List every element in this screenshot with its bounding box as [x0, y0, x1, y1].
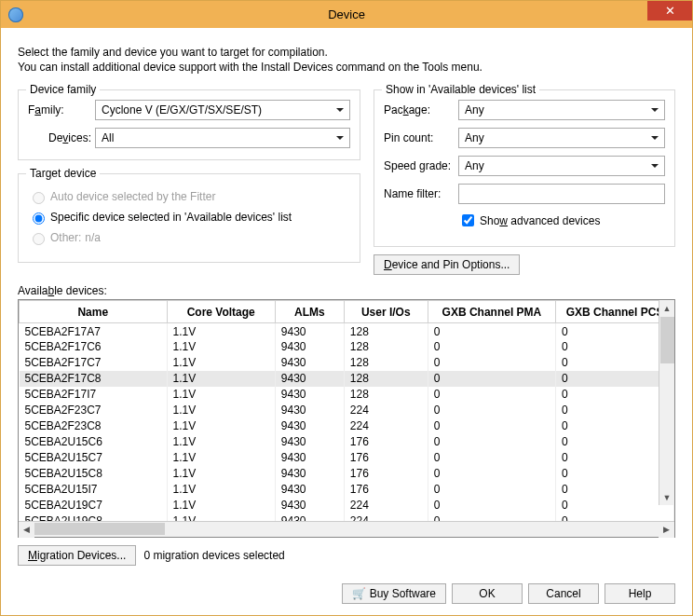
titlebar: Device ✕: [1, 1, 692, 28]
family-select[interactable]: Cyclone V (E/GX/GT/SX/SE/ST): [95, 100, 350, 120]
family-label: Family:: [28, 103, 95, 116]
name-filter-input[interactable]: [458, 184, 665, 204]
intro-line1: Select the family and device you want to…: [18, 45, 675, 60]
device-pin-options-button[interactable]: Device and Pin Options...: [374, 254, 520, 275]
table-row[interactable]: 5CEBA2U15C71.1V943017600: [20, 450, 674, 466]
radio-auto-input: [33, 192, 45, 204]
devices-label: Devices:: [28, 131, 95, 144]
chevron-down-icon: [647, 130, 662, 145]
table-row[interactable]: 5CEBA2U15I71.1V943017600: [20, 482, 674, 498]
scroll-up-icon[interactable]: ▲: [659, 300, 675, 316]
col-name[interactable]: Name: [20, 301, 168, 323]
speed-label: Speed grade:: [384, 159, 458, 172]
chevron-down-icon: [647, 103, 662, 117]
device-dialog: Device ✕ Select the family and device yo…: [0, 0, 693, 616]
show-in-legend: Show in 'Available devices' list: [382, 83, 539, 96]
radio-specific-input[interactable]: [33, 212, 45, 225]
package-label: Package:: [384, 103, 458, 116]
hscroll-thumb[interactable]: [34, 523, 165, 535]
scroll-down-icon[interactable]: ▼: [659, 489, 675, 505]
col-core-voltage[interactable]: Core Voltage: [167, 301, 275, 323]
table-header-row: Name Core Voltage ALMs User I/Os GXB Cha…: [20, 301, 674, 323]
table-row[interactable]: 5CEBA2U15C81.1V943017600: [20, 466, 674, 482]
devices-select[interactable]: All: [95, 128, 350, 148]
col-alms[interactable]: ALMs: [275, 301, 344, 323]
device-family-legend: Device family: [26, 83, 100, 96]
scroll-thumb[interactable]: [660, 317, 674, 363]
col-user-ios[interactable]: User I/Os: [344, 301, 428, 323]
cancel-button[interactable]: Cancel: [528, 583, 599, 604]
target-device-group: Target device Auto device selected by th…: [18, 173, 360, 263]
table-row[interactable]: 5CEBA2U19C81.1V943022400: [20, 513, 674, 522]
radio-other-input: [33, 233, 45, 245]
ok-button[interactable]: OK: [452, 583, 523, 604]
table-row[interactable]: 5CEBA2F17C61.1V943012800: [20, 339, 674, 355]
filter-label: Name filter:: [384, 187, 458, 200]
intro-line2: You can install additional device suppor…: [18, 60, 675, 75]
window-title: Device: [1, 7, 692, 21]
radio-other: Other: n/a: [28, 230, 350, 245]
scroll-left-icon[interactable]: ◀: [19, 522, 34, 538]
target-device-legend: Target device: [26, 167, 100, 180]
migration-status: 0 migration devices selected: [143, 549, 284, 562]
show-advanced-checkbox[interactable]: [462, 214, 474, 226]
available-devices-table: Name Core Voltage ALMs User I/Os GXB Cha…: [18, 299, 675, 538]
table-row[interactable]: 5CEBA2F23C81.1V943022400: [20, 418, 674, 434]
pincount-label: Pin count:: [384, 131, 458, 144]
table-row[interactable]: 5CEBA2F23C71.1V943022400: [20, 403, 674, 418]
show-in-list-group: Show in 'Available devices' list Package…: [374, 89, 675, 247]
table-row[interactable]: 5CEBA2F17C81.1V943012800: [20, 371, 674, 387]
speed-select[interactable]: Any: [458, 156, 665, 176]
devices-value: All: [102, 131, 114, 144]
migration-devices-button[interactable]: Migration Devices...: [18, 545, 136, 566]
table-row[interactable]: 5CEBA2F17I71.1V943012800: [20, 387, 674, 403]
radio-specific[interactable]: Specific device selected in 'Available d…: [28, 210, 350, 225]
chevron-down-icon: [333, 103, 347, 117]
vertical-scrollbar[interactable]: ▲ ▼: [659, 300, 674, 505]
dialog-footer: 🛒Buy Software OK Cancel Help: [18, 570, 675, 604]
col-gxb-pcs[interactable]: GXB Channel PCS: [556, 301, 674, 323]
table-row[interactable]: 5CEBA2F17A71.1V943012800: [20, 323, 674, 339]
radio-auto: Auto device selected by the Fitter: [28, 189, 350, 204]
chevron-down-icon: [333, 130, 347, 145]
available-devices-label: Available devices:: [18, 284, 675, 297]
device-family-group: Device family Family: Cyclone V (E/GX/GT…: [18, 89, 360, 160]
buy-software-button[interactable]: 🛒Buy Software: [342, 583, 446, 604]
family-value: Cyclone V (E/GX/GT/SX/SE/ST): [102, 103, 262, 116]
chevron-down-icon: [647, 158, 662, 173]
pincount-select[interactable]: Any: [458, 128, 665, 148]
intro-text: Select the family and device you want to…: [18, 45, 675, 75]
table-row[interactable]: 5CEBA2F17C71.1V943012800: [20, 355, 674, 371]
col-gxb-pma[interactable]: GXB Channel PMA: [428, 301, 555, 323]
help-button[interactable]: Help: [605, 583, 675, 604]
cart-icon: 🛒: [352, 587, 366, 600]
scroll-right-icon[interactable]: ▶: [659, 522, 674, 538]
show-advanced-check[interactable]: Show advanced devices: [458, 212, 665, 229]
horizontal-scrollbar[interactable]: ◀ ▶: [19, 521, 674, 537]
table-row[interactable]: 5CEBA2U15C61.1V943017600: [20, 434, 674, 450]
table-row[interactable]: 5CEBA2U19C71.1V943022400: [20, 498, 674, 513]
package-select[interactable]: Any: [458, 100, 665, 120]
